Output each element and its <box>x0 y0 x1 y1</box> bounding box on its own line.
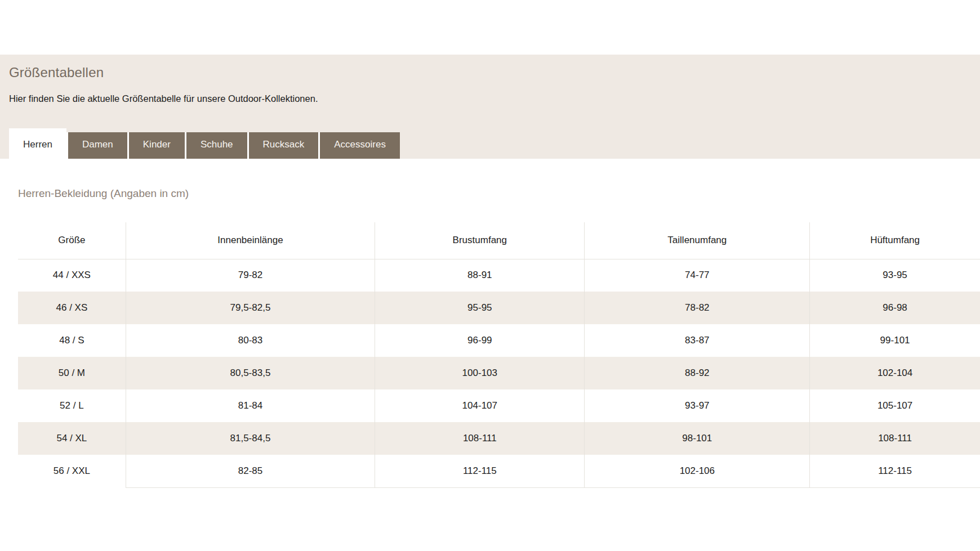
table-row: 46 / XS 79,5-82,5 95-95 78-82 96-98 <box>18 292 980 324</box>
hip-cell: 96-98 <box>810 292 980 324</box>
column-header-hueftumfang: Hüftumfang <box>810 222 980 259</box>
waist-cell: 102-106 <box>585 455 810 487</box>
waist-cell: 93-97 <box>585 389 810 422</box>
hip-cell: 99-101 <box>810 324 980 357</box>
size-cell: 50 / M <box>18 357 126 389</box>
column-header-innenbeinlaenge: Innenbeinlänge <box>126 222 375 259</box>
size-cell: 52 / L <box>18 389 126 422</box>
hip-cell: 105-107 <box>810 389 980 422</box>
hip-cell: 112-115 <box>810 455 980 487</box>
header-band: Größentabellen Hier finden Sie die aktue… <box>0 55 980 159</box>
page-title: Größentabellen <box>9 65 980 80</box>
table-header-row: Größe Innenbeinlänge Brustumfang Taillen… <box>18 222 980 259</box>
page-subtitle: Hier finden Sie die aktuelle Größentabel… <box>9 93 980 104</box>
waist-cell: 74-77 <box>585 259 810 292</box>
size-cell: 44 / XXS <box>18 259 126 292</box>
chest-cell: 100-103 <box>375 357 585 389</box>
inseam-cell: 82-85 <box>126 455 375 487</box>
column-header-brustumfang: Brustumfang <box>375 222 585 259</box>
chest-cell: 96-99 <box>375 324 585 357</box>
table-row: 54 / XL 81,5-84,5 108-111 98-101 108-111 <box>18 422 980 455</box>
inseam-cell: 80-83 <box>126 324 375 357</box>
tab-rucksack[interactable]: Rucksack <box>247 132 319 159</box>
tab-kinder[interactable]: Kinder <box>127 132 185 159</box>
hip-cell: 108-111 <box>810 422 980 455</box>
waist-cell: 78-82 <box>585 292 810 324</box>
size-cell: 56 / XXL <box>18 455 126 487</box>
tab-damen[interactable]: Damen <box>66 132 127 159</box>
tab-accessoires[interactable]: Accessoires <box>318 132 400 159</box>
table-row: 50 / M 80,5-83,5 100-103 88-92 102-104 <box>18 357 980 389</box>
waist-cell: 88-92 <box>585 357 810 389</box>
column-header-groesse: Größe <box>18 222 126 259</box>
inseam-cell: 81,5-84,5 <box>126 422 375 455</box>
waist-cell: 98-101 <box>585 422 810 455</box>
chest-cell: 108-111 <box>375 422 585 455</box>
section-heading: Herren-Bekleidung (Angaben in cm) <box>18 187 980 200</box>
chest-cell: 95-95 <box>375 292 585 324</box>
inseam-cell: 81-84 <box>126 389 375 422</box>
size-cell: 48 / S <box>18 324 126 357</box>
chest-cell: 112-115 <box>375 455 585 487</box>
size-cell: 54 / XL <box>18 422 126 455</box>
hip-cell: 93-95 <box>810 259 980 292</box>
inseam-cell: 79,5-82,5 <box>126 292 375 324</box>
chest-cell: 104-107 <box>375 389 585 422</box>
hip-cell: 102-104 <box>810 357 980 389</box>
chest-cell: 88-91 <box>375 259 585 292</box>
tab-herren[interactable]: Herren <box>9 128 66 159</box>
size-cell: 46 / XS <box>18 292 126 324</box>
waist-cell: 83-87 <box>585 324 810 357</box>
table-row: 48 / S 80-83 96-99 83-87 99-101 <box>18 324 980 357</box>
size-table: Größe Innenbeinlänge Brustumfang Taillen… <box>18 222 980 488</box>
size-chart-tabs: Herren Damen Kinder Schuhe Rucksack Acce… <box>9 128 980 159</box>
table-row: 52 / L 81-84 104-107 93-97 105-107 <box>18 389 980 422</box>
content-area: Herren-Bekleidung (Angaben in cm) Größe … <box>0 187 980 488</box>
inseam-cell: 79-82 <box>126 259 375 292</box>
inseam-cell: 80,5-83,5 <box>126 357 375 389</box>
tab-schuhe[interactable]: Schuhe <box>185 132 247 159</box>
table-row: 56 / XXL 82-85 112-115 102-106 112-115 <box>18 455 980 487</box>
top-whitespace <box>0 0 980 55</box>
table-row: 44 / XXS 79-82 88-91 74-77 93-95 <box>18 259 980 292</box>
column-header-taillenumfang: Taillenumfang <box>585 222 810 259</box>
